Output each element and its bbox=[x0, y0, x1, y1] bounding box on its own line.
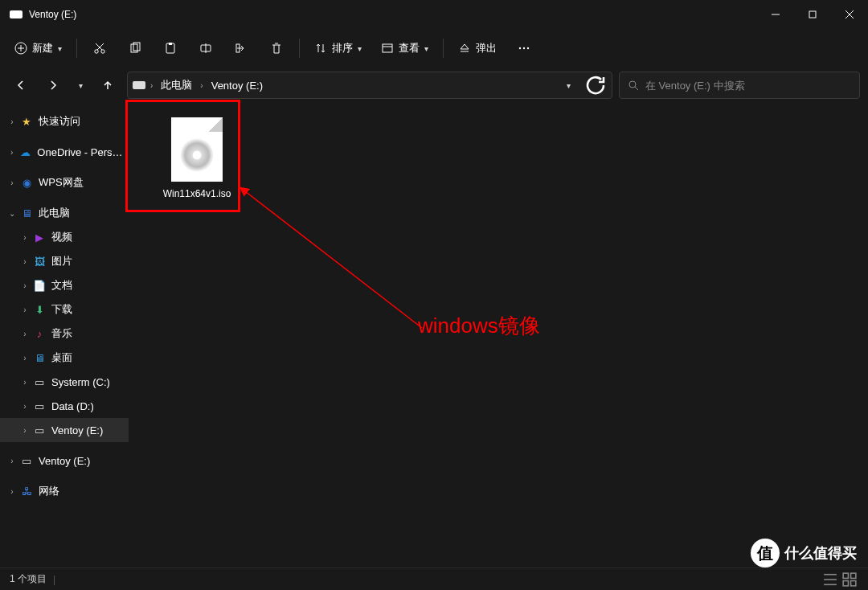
icons-view-button[interactable] bbox=[841, 572, 858, 588]
search-input[interactable] bbox=[645, 80, 851, 92]
watermark-badge: 值 bbox=[751, 539, 780, 567]
chevron-right-icon: › bbox=[18, 257, 32, 266]
new-button[interactable]: 新建 ▾ bbox=[6, 34, 70, 63]
chevron-down-icon: ▾ bbox=[79, 81, 83, 90]
sort-label: 排序 bbox=[332, 41, 353, 55]
sidebar-item-drive-e[interactable]: ›▭Ventoy (E:) bbox=[0, 418, 129, 442]
sidebar-item-documents[interactable]: ›📄文档 bbox=[0, 273, 129, 297]
picture-icon: 🖼 bbox=[32, 254, 47, 268]
chevron-right-icon: › bbox=[18, 378, 32, 387]
chevron-right-icon: › bbox=[18, 354, 32, 363]
chevron-right-icon: › bbox=[5, 178, 19, 187]
svg-point-8 bbox=[101, 50, 104, 53]
main-area: ›★快速访问 ›☁OneDrive - Persona ›◉WPS网盘 ⌄🖥此电… bbox=[0, 103, 868, 567]
chevron-right-icon: › bbox=[200, 81, 203, 90]
maximize-button[interactable] bbox=[794, 0, 831, 29]
chevron-right-icon: › bbox=[5, 457, 19, 465]
chevron-right-icon: › bbox=[18, 281, 32, 290]
paste-button[interactable] bbox=[154, 34, 186, 63]
history-button[interactable]: ▾ bbox=[72, 72, 88, 98]
sidebar-item-wps[interactable]: ›◉WPS网盘 bbox=[0, 170, 129, 195]
sidebar: ›★快速访问 ›☁OneDrive - Persona ›◉WPS网盘 ⌄🖥此电… bbox=[0, 103, 129, 567]
sidebar-item-quick-access[interactable]: ›★快速访问 bbox=[0, 109, 129, 133]
file-item-iso[interactable]: Win11x64v1.iso bbox=[153, 109, 241, 207]
sidebar-item-pictures[interactable]: ›🖼图片 bbox=[0, 249, 129, 273]
view-button[interactable]: 查看 ▾ bbox=[373, 34, 436, 63]
sidebar-item-drive-e-root[interactable]: ›▭Ventoy (E:) bbox=[0, 449, 129, 473]
share-button[interactable] bbox=[225, 34, 257, 63]
sort-icon bbox=[314, 42, 327, 55]
cut-icon bbox=[93, 42, 106, 55]
details-view-button[interactable] bbox=[821, 572, 839, 588]
more-button[interactable] bbox=[508, 34, 540, 63]
view-label: 查看 bbox=[399, 41, 420, 55]
svg-rect-29 bbox=[843, 573, 848, 578]
sort-button[interactable]: 排序 ▾ bbox=[306, 34, 370, 63]
toolbar: 新建 ▾ 排序 ▾ 查看 ▾ 弹出 bbox=[0, 29, 868, 68]
drive-icon: ▭ bbox=[32, 423, 47, 437]
plus-circle-icon bbox=[14, 42, 27, 55]
share-icon bbox=[235, 42, 248, 55]
watermark-text: 什么值得买 bbox=[784, 543, 857, 563]
content-pane[interactable]: Win11x64v1.iso windows镜像 bbox=[129, 103, 868, 567]
address-dropdown-button[interactable]: ▾ bbox=[557, 74, 579, 96]
chevron-right-icon: › bbox=[5, 487, 19, 496]
monitor-icon: 🖥 bbox=[19, 206, 34, 220]
svg-rect-18 bbox=[383, 44, 392, 52]
sidebar-item-this-pc[interactable]: ⌄🖥此电脑 bbox=[0, 201, 129, 225]
delete-button[interactable] bbox=[260, 34, 293, 63]
status-bar: 1 个项目 | bbox=[0, 567, 868, 590]
close-button[interactable] bbox=[831, 0, 868, 29]
sidebar-item-downloads[interactable]: ›⬇下载 bbox=[0, 297, 129, 322]
window-controls bbox=[757, 0, 868, 29]
forward-button[interactable] bbox=[40, 72, 66, 98]
cut-button[interactable] bbox=[84, 34, 116, 63]
sidebar-item-drive-c[interactable]: ›▭Systerm (C:) bbox=[0, 370, 129, 394]
annotation-label: windows镜像 bbox=[418, 312, 540, 340]
paste-icon bbox=[164, 42, 177, 55]
rename-button[interactable] bbox=[190, 34, 222, 63]
minimize-button[interactable] bbox=[757, 0, 794, 29]
breadcrumb-root[interactable]: 此电脑 bbox=[158, 78, 195, 92]
video-icon: ▶ bbox=[32, 230, 47, 244]
search-icon bbox=[628, 80, 639, 91]
svg-line-10 bbox=[96, 43, 102, 50]
drive-icon: ▭ bbox=[19, 453, 34, 468]
drive-icon bbox=[10, 10, 23, 18]
sidebar-item-desktop[interactable]: ›🖥桌面 bbox=[0, 346, 129, 370]
desktop-icon: 🖥 bbox=[32, 350, 47, 365]
sidebar-item-drive-d[interactable]: ›▭Data (D:) bbox=[0, 394, 129, 418]
cloud-drive-icon: ◉ bbox=[19, 175, 34, 190]
address-bar[interactable]: › 此电脑 › Ventoy (E:) ▾ bbox=[127, 72, 612, 99]
document-icon: 📄 bbox=[32, 278, 47, 293]
separator bbox=[299, 39, 300, 58]
separator bbox=[76, 39, 77, 58]
refresh-button[interactable] bbox=[584, 74, 607, 96]
svg-point-20 bbox=[519, 47, 521, 49]
chevron-right-icon: › bbox=[18, 402, 32, 411]
breadcrumb-current[interactable]: Ventoy (E:) bbox=[208, 80, 266, 92]
sidebar-item-music[interactable]: ›♪音乐 bbox=[0, 322, 129, 346]
up-button[interactable] bbox=[95, 72, 121, 98]
sidebar-item-videos[interactable]: ›▶视频 bbox=[0, 225, 129, 249]
chevron-down-icon: ⌄ bbox=[5, 209, 19, 218]
chevron-right-icon: › bbox=[150, 81, 153, 90]
window-title: Ventoy (E:) bbox=[29, 9, 76, 20]
back-button[interactable] bbox=[8, 72, 34, 98]
separator: | bbox=[53, 574, 55, 585]
svg-line-24 bbox=[635, 87, 638, 90]
copy-button[interactable] bbox=[119, 34, 151, 63]
svg-point-22 bbox=[527, 47, 529, 49]
chevron-down-icon: ▾ bbox=[424, 44, 428, 53]
svg-rect-14 bbox=[169, 43, 172, 45]
separator bbox=[443, 39, 444, 58]
svg-rect-32 bbox=[851, 580, 856, 585]
chevron-right-icon: › bbox=[18, 233, 32, 242]
sidebar-item-network[interactable]: ›🖧网络 bbox=[0, 479, 129, 503]
search-bar[interactable] bbox=[619, 72, 860, 99]
titlebar: Ventoy (E:) bbox=[0, 0, 868, 29]
grid-icon bbox=[841, 571, 858, 588]
svg-line-9 bbox=[97, 43, 104, 50]
sidebar-item-onedrive[interactable]: ›☁OneDrive - Persona bbox=[0, 140, 129, 164]
eject-button[interactable]: 弹出 bbox=[450, 34, 505, 63]
